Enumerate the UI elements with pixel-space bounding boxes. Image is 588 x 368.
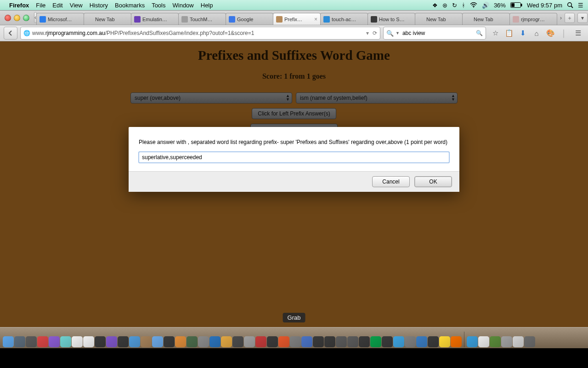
dock-app-icon[interactable] [175, 336, 186, 347]
dock-app-icon[interactable] [83, 336, 94, 347]
dock-app-icon[interactable] [347, 336, 358, 347]
browser-tab[interactable]: TouchM… [178, 13, 226, 25]
downloads-icon[interactable]: ⬇ [518, 29, 527, 37]
dock-app-icon[interactable] [14, 336, 25, 347]
dock-app-icon[interactable] [37, 336, 48, 347]
url-bar[interactable]: 🌐 www.rjmprogramming.com.au/PHP/Prefixes… [20, 27, 380, 40]
bluetooth-icon[interactable]: ᚼ [462, 2, 465, 9]
dock-app-icon[interactable] [141, 336, 152, 347]
dock-app-icon[interactable] [278, 336, 289, 347]
dock-app-icon[interactable] [49, 336, 60, 347]
dock-app-icon[interactable] [416, 336, 427, 347]
browser-tab[interactable]: New Tab [462, 13, 510, 25]
menu-help[interactable]: Help [201, 2, 213, 9]
dock-app-icon[interactable] [439, 336, 450, 347]
hamburger-menu-icon[interactable]: ☰ [573, 29, 582, 37]
dialog-input[interactable] [139, 152, 449, 163]
dock-app-icon[interactable] [478, 336, 489, 347]
dock-app-icon[interactable] [3, 336, 14, 347]
bookmark-star-icon[interactable]: ☆ [491, 29, 500, 37]
search-input[interactable] [401, 29, 474, 37]
dock-app-icon[interactable] [244, 336, 255, 347]
search-engine-dropdown-icon[interactable]: ▼ [396, 31, 400, 35]
tab-close-icon[interactable]: × [312, 16, 317, 23]
dock-app-icon[interactable] [26, 336, 37, 347]
browser-tab[interactable]: How to S… [368, 13, 415, 25]
dock-app-icon[interactable] [152, 336, 163, 347]
dropbox-icon[interactable]: ❖ [432, 2, 438, 9]
timemachine-icon[interactable]: ↻ [452, 2, 457, 9]
back-button[interactable] [4, 27, 17, 40]
dock-app-icon[interactable] [428, 336, 439, 347]
tab-scroll-right[interactable]: › [560, 15, 562, 21]
minimize-window-button[interactable] [14, 15, 20, 21]
dialog-ok-button[interactable]: OK [414, 176, 452, 187]
dock-app-icon[interactable] [187, 336, 198, 347]
browser-tab[interactable]: Prefix…× [273, 13, 321, 25]
dock-app-icon[interactable] [336, 336, 347, 347]
zoom-window-button[interactable] [23, 15, 29, 21]
dock-app-icon[interactable] [267, 336, 278, 347]
close-window-button[interactable] [5, 15, 11, 21]
sync-icon[interactable]: ⊛ [442, 2, 447, 9]
clipboard-icon[interactable]: 📋 [504, 29, 514, 37]
menu-history[interactable]: History [90, 2, 108, 9]
dock-app-icon[interactable] [467, 336, 478, 347]
dock-app-icon[interactable] [106, 336, 117, 347]
addon-icon[interactable]: 🎨 [546, 29, 555, 37]
menu-bookmarks[interactable]: Bookmarks [115, 2, 145, 9]
browser-tab[interactable]: New Tab [84, 13, 131, 25]
dock-app-icon[interactable] [118, 336, 129, 347]
browser-tab[interactable]: Microsof… [36, 13, 84, 25]
menu-view[interactable]: View [70, 2, 83, 9]
search-engine-icon[interactable]: 🔍 [386, 30, 394, 37]
dock-app-icon[interactable] [513, 336, 524, 347]
dock-app-icon[interactable] [290, 336, 301, 347]
dock-app-icon[interactable] [451, 336, 462, 347]
dock-app-icon[interactable] [490, 336, 501, 347]
dock-app-icon[interactable] [232, 336, 243, 347]
spotlight-icon[interactable] [567, 2, 573, 8]
dock-app-icon[interactable] [209, 336, 220, 347]
notification-center-icon[interactable]: ☰ [578, 2, 583, 9]
new-tab-button[interactable]: ＋ [565, 13, 575, 23]
dock-app-icon[interactable] [221, 336, 232, 347]
dock-app-icon[interactable] [359, 336, 370, 347]
clock[interactable]: Wed 9:57 pm [527, 2, 562, 9]
menu-window[interactable]: Window [173, 2, 194, 9]
suffix-select[interactable]: ism (name of system,belief) ▲▼ [296, 92, 458, 104]
dock-app-icon[interactable] [393, 336, 404, 347]
browser-tab[interactable]: touch-ac… [320, 13, 368, 25]
dock-app-icon[interactable] [324, 336, 335, 347]
dialog-cancel-button[interactable]: Cancel [372, 176, 410, 187]
dock-app-icon[interactable] [164, 336, 175, 347]
reload-button[interactable]: ⟳ [373, 30, 377, 36]
prefix-select[interactable]: super (over,above) ▲▼ [130, 92, 292, 104]
dock-app-icon[interactable] [524, 336, 535, 347]
menu-file[interactable]: File [36, 2, 45, 9]
app-name[interactable]: Firefox [9, 2, 29, 9]
dock-app-icon[interactable] [370, 336, 381, 347]
browser-tab[interactable]: Google [226, 13, 273, 25]
menu-tools[interactable]: Tools [152, 2, 165, 9]
browser-tab[interactable]: rjmprogr… [509, 13, 557, 25]
dock-app-icon[interactable] [255, 336, 266, 347]
home-icon[interactable]: ⌂ [532, 29, 541, 37]
dock-app-icon[interactable] [198, 336, 209, 347]
wifi-icon[interactable] [470, 2, 477, 8]
volume-icon[interactable]: 🔊 [482, 2, 489, 9]
dock-app-icon[interactable] [60, 336, 71, 347]
dock-app-icon[interactable] [129, 336, 140, 347]
dock-app-icon[interactable] [72, 336, 83, 347]
battery-icon[interactable] [510, 2, 522, 8]
left-prefix-button[interactable]: Click for Left Prefix Answer(s) [252, 108, 336, 119]
dock-app-icon[interactable] [501, 336, 512, 347]
site-identity-icon[interactable]: 🌐 [23, 30, 30, 36]
search-go-icon[interactable]: 🔍 [476, 30, 483, 36]
dock-app-icon[interactable] [382, 336, 393, 347]
browser-tab[interactable]: New Tab [415, 13, 463, 25]
dock-app-icon[interactable] [405, 336, 416, 347]
search-bar[interactable]: 🔍 ▼ 🔍 [383, 27, 486, 40]
dock-app-icon[interactable] [301, 336, 312, 347]
menu-edit[interactable]: Edit [52, 2, 62, 9]
